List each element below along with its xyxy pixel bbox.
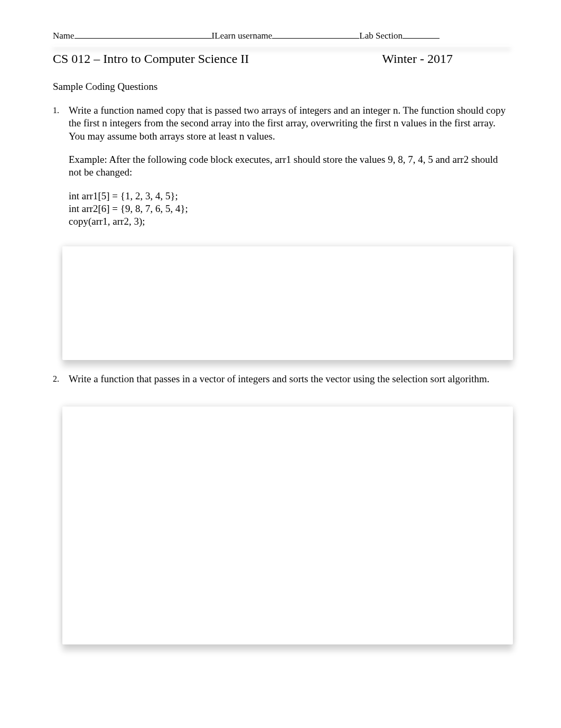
question-1: 1. Write a function named copy that is p… [53, 104, 511, 360]
header-fields: Name ILearn username Lab Section [53, 31, 511, 41]
name-blank [74, 31, 212, 39]
code-line: int arr2[6] = {9, 8, 7, 6, 5, 4}; [69, 202, 511, 215]
course-code: CS 012 [53, 52, 90, 66]
lab-section-blank [403, 31, 440, 39]
lab-section-label: Lab Section [359, 31, 403, 41]
course-term: Winter - 2017 [382, 52, 453, 66]
example-pre: Example: After the following code block … [69, 154, 275, 165]
header-divider [53, 45, 511, 47]
question-text: Write a function that passes in a vector… [69, 373, 511, 385]
question-text: Write a function named copy that is pass… [69, 104, 511, 143]
ilearn-label: ILearn username [212, 31, 273, 41]
example-arr2: arr2 [453, 154, 469, 165]
course-title-row: CS 012 – Intro to Computer Science II Wi… [53, 52, 511, 66]
course-title: CS 012 – Intro to Computer Science II [53, 52, 249, 66]
section-heading: Sample Coding Questions [53, 81, 511, 93]
answer-box [62, 407, 513, 644]
code-line: copy(arr1, arr2, 3); [69, 215, 511, 228]
question-number: 1. [53, 104, 69, 235]
example-arr1: arr1 [275, 154, 291, 165]
course-name: Intro to Computer Science II [103, 52, 249, 66]
name-label: Name [53, 31, 74, 41]
ilearn-blank [272, 31, 359, 39]
code-block: int arr1[5] = {1, 2, 3, 4, 5}; int arr2[… [69, 190, 511, 228]
question-2: 2. Write a function that passes in a vec… [53, 373, 511, 644]
question-number: 2. [53, 373, 69, 396]
code-line: int arr1[5] = {1, 2, 3, 4, 5}; [69, 190, 511, 202]
answer-box [62, 246, 513, 360]
question-example: Example: After the following code block … [69, 153, 511, 179]
course-sep: – [90, 52, 103, 66]
example-mid: should store the values 9, 8, 7, 4, 5 an… [291, 154, 453, 165]
